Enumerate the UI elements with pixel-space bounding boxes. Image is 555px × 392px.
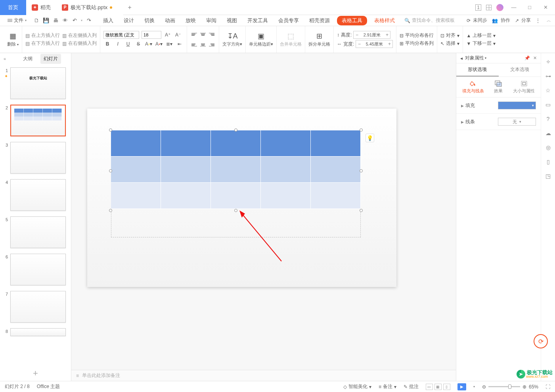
outline-tab[interactable]: 大纲 — [20, 54, 36, 64]
tab-docker-res[interactable]: 稻壳资源 — [306, 16, 333, 25]
line-spacing-icon[interactable]: ≣▾ — [165, 40, 173, 48]
print-icon[interactable]: 🖶 — [52, 17, 59, 24]
size-props-tab[interactable]: 大小与属性 — [511, 79, 537, 96]
zoom-out-icon[interactable]: ⊖ — [482, 384, 486, 390]
resize-handle[interactable] — [360, 128, 363, 132]
resize-handle[interactable] — [234, 128, 237, 132]
tab-view[interactable]: 视图 — [224, 16, 240, 25]
more-menu[interactable]: ⋮ — [536, 18, 540, 23]
height-spinner[interactable]: −2.91厘米+ — [353, 31, 390, 39]
tab-insert[interactable]: 插入 — [100, 16, 117, 25]
dec-size-icon[interactable]: A⁻ — [174, 31, 182, 39]
shape-options-tab[interactable]: 形状选项 — [456, 63, 499, 76]
normal-view-icon[interactable]: ▭ — [426, 384, 433, 390]
tab-home[interactable]: 首页 — [0, 0, 26, 15]
move-up-button[interactable]: ▲ 上移一层▾ — [466, 32, 496, 39]
font-color-button[interactable]: A▾ — [155, 40, 163, 48]
file-menu-button[interactable]: 文件▾ — [4, 15, 30, 25]
highlight-button[interactable]: A▾ — [145, 40, 153, 48]
insert-col-right[interactable]: ▥ 在右侧插入列 — [62, 40, 97, 47]
cell-margin-button[interactable]: ▣单元格边距▾ — [249, 33, 273, 46]
app-grid-icon[interactable] — [486, 5, 492, 10]
reading-view-icon[interactable]: ▯ — [443, 384, 450, 390]
rail-slide-icon[interactable]: ▭ — [544, 101, 552, 109]
split-cells-button[interactable]: ⊞拆分单元格 — [308, 33, 330, 46]
panel-close-icon[interactable]: ✕ — [533, 55, 537, 61]
insert-row-below[interactable]: ▤ 在下方插入行 — [25, 40, 60, 47]
zoom-value[interactable]: 65% — [529, 384, 538, 390]
comments-toggle[interactable]: ✎ 批注 — [404, 383, 419, 390]
maximize-button[interactable]: □ — [524, 4, 535, 10]
add-slide-button[interactable]: + — [0, 366, 71, 381]
tab-slideshow[interactable]: 放映 — [182, 16, 199, 25]
align-bottom-right[interactable] — [208, 40, 216, 48]
zoom-in-icon[interactable]: ⊕ — [522, 384, 526, 390]
pin-icon[interactable]: 📌 — [524, 55, 530, 61]
fill-line-tab[interactable]: 填充与线条 — [460, 79, 486, 96]
resize-handle[interactable] — [360, 169, 363, 172]
slide-thumb-2[interactable] — [10, 105, 66, 136]
notes-bar[interactable]: ≡ 单击此处添加备注 — [71, 370, 456, 381]
tab-animation[interactable]: 动画 — [162, 16, 178, 25]
slideshow-button[interactable]: ▶ — [457, 383, 466, 390]
undo-icon[interactable]: ↶ — [71, 17, 78, 24]
slide-thumb-7[interactable] — [10, 291, 66, 323]
rail-book-icon[interactable]: ▯ — [544, 158, 552, 166]
font-name-select[interactable] — [103, 31, 139, 39]
slide-thumb-6[interactable] — [10, 254, 66, 285]
rail-pin-icon[interactable]: ◎ — [544, 143, 552, 151]
rail-box-icon[interactable]: ◳ — [544, 172, 552, 180]
panel-toggle-icon[interactable]: ◂ — [460, 55, 463, 61]
align-top-center[interactable] — [199, 31, 207, 39]
underline-button[interactable]: U — [124, 40, 132, 48]
align-bottom-left[interactable] — [190, 40, 198, 48]
rail-design-icon[interactable]: ✧ — [544, 58, 552, 66]
tab-add-button[interactable]: + — [123, 4, 136, 11]
slide-thumb-4[interactable] — [10, 179, 66, 211]
coop-button[interactable]: 👥 协作 — [492, 17, 510, 24]
minimize-button[interactable]: — — [508, 4, 519, 10]
table[interactable] — [111, 130, 361, 210]
move-down-button[interactable]: ▼ 下移一层▾ — [466, 40, 496, 47]
resize-handle[interactable] — [234, 209, 237, 212]
fill-color-swatch[interactable]: ▾ — [498, 101, 536, 109]
text-options-tab[interactable]: 文本选项 — [499, 63, 541, 76]
sorter-view-icon[interactable]: ▦ — [434, 384, 442, 390]
italic-button[interactable]: I — [114, 40, 122, 48]
feedback-floater[interactable]: ⟳ — [534, 334, 548, 348]
line-type-select[interactable]: 无▾ — [498, 118, 536, 126]
fit-window-icon[interactable]: ⛶ — [545, 384, 550, 390]
collapse-ribbon[interactable]: ︿ — [547, 17, 551, 23]
layout-icon[interactable]: 1 — [475, 4, 481, 11]
slide-thumb-8[interactable] — [10, 328, 66, 336]
distribute-cols[interactable]: ⊞ 平均分布各列 — [400, 40, 434, 47]
effects-tab[interactable]: 效果 — [492, 79, 505, 96]
panel-collapse-icon[interactable]: « — [0, 53, 10, 64]
print-preview-icon[interactable]: 👁 — [62, 17, 68, 24]
inc-size-icon[interactable]: A⁺ — [164, 31, 172, 39]
close-button[interactable]: ✕ — [540, 4, 551, 10]
slide-thumb-1[interactable]: 极光下载站 — [10, 67, 66, 99]
slide-thumb-3[interactable] — [10, 142, 66, 174]
align-button[interactable]: ⊡ 对齐▾ — [440, 32, 459, 39]
save-icon[interactable]: 💾 — [43, 17, 49, 24]
width-spinner[interactable]: −5.45厘米+ — [356, 40, 393, 48]
tab-transition[interactable]: 切换 — [141, 16, 158, 25]
resize-handle[interactable] — [360, 209, 363, 212]
tab-table-tools[interactable]: 表格工具 — [337, 16, 367, 25]
bold-button[interactable]: B — [103, 40, 111, 48]
tab-vip[interactable]: 会员专享 — [275, 16, 302, 25]
insert-row-above[interactable]: ▤ 在上方插入行 — [25, 32, 60, 39]
suggestion-icon[interactable]: 💡 — [366, 134, 374, 142]
rail-help-icon[interactable]: ? — [544, 115, 552, 123]
rail-select-icon[interactable]: ☆ — [544, 86, 552, 94]
avatar[interactable] — [496, 4, 503, 11]
merge-cells-button[interactable]: ⬚合并单元格 — [280, 33, 302, 46]
indent-icon[interactable]: ⇤ — [176, 40, 184, 48]
line-section-label[interactable]: 线条 — [465, 119, 475, 124]
tab-developer[interactable]: 开发工具 — [244, 16, 271, 25]
align-top-right[interactable] — [208, 31, 216, 39]
text-direction-button[interactable]: ↧A文字方向▾ — [222, 33, 242, 46]
align-bottom-center[interactable] — [199, 40, 207, 48]
rail-settings-icon[interactable]: ⊶ — [544, 72, 552, 80]
